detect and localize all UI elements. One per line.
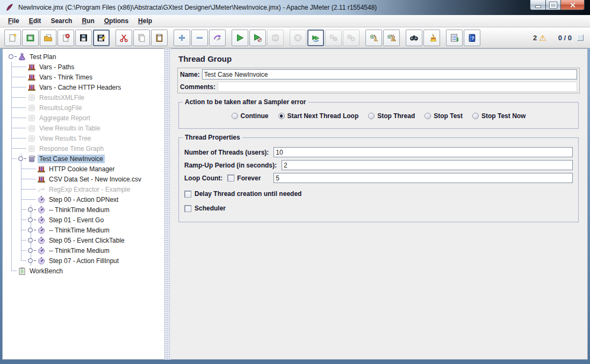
timer-icon [37, 246, 46, 255]
remote-shutdown-all-button [343, 30, 359, 46]
scheduler-checkbox[interactable] [184, 205, 191, 212]
tree-guide-line [17, 205, 26, 215]
clear-button[interactable] [365, 30, 382, 46]
name-input[interactable] [202, 69, 577, 79]
start-no-pauses-button[interactable] [249, 30, 266, 46]
log-error-count[interactable]: 2 [533, 34, 537, 42]
svg-text:?: ? [471, 35, 474, 41]
tree-item-step-07-action-fillinput[interactable]: Step 07 - Action FillInput [7, 256, 164, 266]
tree-item-vars-cache-http-headers[interactable]: Vars - Cache HTTP Headers [7, 82, 164, 92]
tree-expand-toggle[interactable] [17, 154, 26, 164]
sampler-error-option-stop-thread[interactable]: Stop Thread [368, 112, 415, 120]
split-divider[interactable] [164, 48, 171, 360]
loop-count-input[interactable] [274, 173, 573, 183]
tree-connector [26, 164, 36, 174]
tree-expand-toggle[interactable] [26, 256, 36, 266]
sampler-error-option-continue[interactable]: Continue [232, 112, 269, 120]
menu-search[interactable]: Search [46, 16, 77, 26]
titlebar: NewInvoice.jmx (C:\Program Files (x86)\A… [0, 0, 590, 15]
tree-item-view-results-tree[interactable]: View Results Tree [7, 133, 164, 143]
tree-item-csv-data-set-new-invoice-csv[interactable]: CSV Data Set - New Invoice.csv [7, 174, 164, 184]
radio-continue[interactable] [232, 113, 238, 119]
tree-guide-line [17, 164, 26, 174]
tree-item-label: WorkBench [28, 267, 64, 275]
tree-expand-toggle[interactable] [26, 205, 36, 215]
menu-options[interactable]: Options [99, 16, 133, 26]
menu-help[interactable]: Help [133, 16, 157, 26]
tree-item-workbench[interactable]: WorkBench [7, 266, 164, 276]
help-button[interactable]: ? [464, 30, 480, 46]
tree-guide-line [7, 235, 17, 245]
tree-item-label: Step 05 - Event ClickTable [47, 236, 126, 245]
jmeter-feather-icon [5, 3, 15, 12]
cut-button[interactable] [116, 30, 132, 46]
tree-connector [7, 266, 17, 276]
tree-item-response-time-graph[interactable]: Response Time Graph [7, 143, 164, 154]
minimize-button[interactable] [530, 0, 546, 10]
sampler-error-option-start-next-thread-loop[interactable]: Start Next Thread Loop [278, 112, 359, 120]
delay-thread-checkbox[interactable] [184, 191, 191, 198]
rampup-input[interactable] [282, 160, 573, 170]
clear-all-button[interactable] [383, 30, 400, 46]
copy-button[interactable] [133, 30, 150, 46]
maximize-button[interactable] [546, 0, 561, 10]
tree-expand-toggle[interactable] [26, 215, 36, 225]
radio-stop-test[interactable] [424, 113, 431, 119]
menu-file[interactable]: File [3, 16, 24, 26]
tree-guide-line [7, 133, 17, 143]
start-button[interactable] [232, 30, 248, 46]
tree-expand-toggle[interactable] [26, 235, 36, 245]
open-file-button[interactable] [40, 30, 56, 46]
tree-item-http-cookie-manager[interactable]: HTTP Cookie Manager [7, 164, 164, 174]
search-reset-button[interactable] [423, 30, 440, 46]
tree-item-step-00-action-dpnext[interactable]: Step 00 - Action DPNext [7, 194, 164, 205]
warning-icon[interactable]: ⚠ [539, 34, 546, 42]
test-plan-tree: Test PlanVars - PathsVars - Think TimesV… [2, 48, 164, 360]
toggle-button[interactable] [209, 30, 226, 46]
templates-button[interactable] [22, 30, 39, 46]
tree-expand-toggle[interactable] [26, 225, 36, 235]
paste-button[interactable] [151, 30, 168, 46]
tree-item-thinktime-medium[interactable]: -- ThinkTime Medium [7, 225, 164, 235]
comments-input[interactable] [218, 82, 577, 92]
save-button[interactable] [75, 30, 92, 46]
search-button[interactable] [406, 30, 422, 46]
close-button[interactable] [561, 0, 585, 10]
tree-item-thinktime-medium[interactable]: -- ThinkTime Medium [7, 205, 164, 215]
radio-stop-thread[interactable] [368, 113, 375, 119]
tree-expand-toggle[interactable] [26, 245, 36, 256]
sampler-error-option-stop-test[interactable]: Stop Test [424, 112, 463, 120]
menu-run[interactable]: Run [77, 16, 99, 26]
tree-item-test-plan[interactable]: Test Plan [7, 52, 164, 62]
tree-item-label: RegExp Extractor - Example [47, 185, 132, 194]
tree-item-resultsxmlfile[interactable]: ResultsXMLFile [7, 92, 164, 103]
expand-plus-button[interactable] [174, 30, 190, 46]
radio-start-next-thread-loop[interactable] [278, 113, 285, 119]
tree-item-step-05-event-clicktable[interactable]: Step 05 - Event ClickTable [7, 235, 164, 245]
new-file-button[interactable] [4, 30, 21, 46]
tree-item-view-results-in-table[interactable]: View Results in Table [7, 123, 164, 133]
tree-item-vars-paths[interactable]: Vars - Paths [7, 62, 164, 72]
forever-checkbox[interactable] [227, 174, 234, 181]
tree-item-aggregate-report[interactable]: Aggregate Report [7, 113, 164, 123]
threads-input[interactable] [274, 147, 573, 157]
tree-guide-line [7, 215, 17, 225]
radio-stop-test-now[interactable] [472, 113, 479, 119]
tree-item-resultslogfile[interactable]: ResultsLogFile [7, 103, 164, 113]
tree-item-thinktime-medium[interactable]: -- ThinkTime Medium [7, 245, 164, 256]
sampler-error-option-stop-test-now[interactable]: Stop Test Now [472, 112, 526, 120]
tree-item-step-01-event-go[interactable]: Step 01 - Event Go [7, 215, 164, 225]
close-file-button[interactable] [57, 30, 74, 46]
tree-item-regexp-extractor-example[interactable]: RegExp Extractor - Example [7, 184, 164, 194]
remote-start-all-button[interactable] [307, 30, 324, 46]
tree-expand-toggle[interactable] [7, 52, 17, 62]
menu-edit[interactable]: Edit [24, 16, 46, 26]
tree-item-vars-think-times[interactable]: Vars - Think Times [7, 72, 164, 82]
content-area: Test PlanVars - PathsVars - Think TimesV… [2, 48, 588, 360]
save-as-button[interactable] [93, 30, 110, 46]
tree-item-test-case-newinvoice[interactable]: Test Case NewInvoice [7, 154, 164, 164]
function-helper-button[interactable] [446, 30, 463, 46]
rampup-label: Ramp-Up Period (in seconds): [184, 162, 277, 169]
loop-count-label: Loop Count: [184, 174, 222, 182]
collapse-minus-button[interactable] [191, 30, 208, 46]
